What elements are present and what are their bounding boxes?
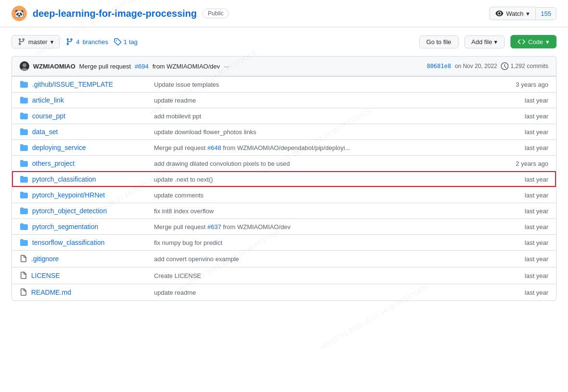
file-commit-message: fix int8 index overflow xyxy=(154,208,491,215)
folder-icon xyxy=(20,175,28,183)
file-commit-message: Create LICENSE xyxy=(154,272,491,279)
file-commit-message: update .next to next() xyxy=(154,176,491,183)
tag-count: 1 xyxy=(123,38,127,46)
file-icon xyxy=(20,254,27,263)
table-row: pytorch_classification update .next to n… xyxy=(12,171,556,187)
file-name-link[interactable]: course_ppt xyxy=(32,112,65,120)
file-name-link[interactable]: article_link xyxy=(32,96,64,104)
watch-button[interactable]: Watch ▾ xyxy=(489,7,535,20)
code-chevron: ▾ xyxy=(546,38,549,46)
avatar: 🐼 xyxy=(12,6,27,21)
code-button[interactable]: Code ▾ xyxy=(510,35,556,48)
file-name-cell: pytorch_object_detection xyxy=(20,207,154,215)
file-time: last year xyxy=(491,208,548,215)
commit-count: 1,292 commits xyxy=(501,62,548,70)
file-name-cell: pytorch_keypoint/HRNet xyxy=(20,191,154,199)
commit-dots: ··· xyxy=(224,63,229,70)
table-row: article_link update readme last year xyxy=(12,92,556,108)
folder-icon xyxy=(20,207,28,215)
commit-hash[interactable]: 80681e8 xyxy=(427,63,451,69)
file-time: last year xyxy=(491,239,548,246)
file-icon xyxy=(20,271,27,280)
table-row: deploying_service Merge pull request #64… xyxy=(12,139,556,155)
file-time: 3 years ago xyxy=(491,81,548,88)
file-time: last year xyxy=(491,176,548,183)
file-name-link[interactable]: data_set xyxy=(32,128,58,136)
file-name-cell: others_project xyxy=(20,160,154,167)
file-name-link[interactable]: pytorch_segmentation xyxy=(32,223,98,231)
file-name-cell: .github/ISSUE_TEMPLATE xyxy=(20,81,154,88)
file-name-link[interactable]: pytorch_object_detection xyxy=(32,207,107,215)
repo-title[interactable]: deep-learning-for-image-processing xyxy=(33,8,197,19)
table-row: tensorflow_classification fix numpy bug … xyxy=(12,234,556,250)
file-name-cell: tensorflow_classification xyxy=(20,239,154,246)
tag-label: tag xyxy=(129,38,138,46)
file-name-cell: article_link xyxy=(20,96,154,104)
branches-label: branches xyxy=(83,38,108,46)
branches-link[interactable]: 4 branches xyxy=(66,38,108,46)
file-name-link[interactable]: pytorch_keypoint/HRNet xyxy=(32,191,105,199)
folder-icon xyxy=(20,112,28,120)
commit-date: on Nov 20, 2022 xyxy=(455,63,497,69)
file-name-cell: course_ppt xyxy=(20,112,154,120)
watch-label: Watch xyxy=(506,10,523,17)
file-commit-message: update comments xyxy=(154,192,491,199)
file-name-link[interactable]: .github/ISSUE_TEMPLATE xyxy=(32,81,113,88)
table-row: data_set update download flower_photos l… xyxy=(12,124,556,139)
eye-icon xyxy=(496,10,503,17)
file-time: last year xyxy=(491,289,548,296)
commits-label: commits xyxy=(527,63,548,69)
commit-message: Merge pull request xyxy=(79,63,131,70)
folder-icon xyxy=(20,96,28,104)
file-commit-message: add convert openvino example xyxy=(154,255,491,263)
branch-count: 4 xyxy=(76,38,80,46)
file-time: last year xyxy=(491,97,548,104)
add-file-label: Add file xyxy=(472,38,492,46)
file-name-link[interactable]: README.md xyxy=(31,288,71,296)
folder-icon xyxy=(20,191,28,199)
watch-button-group: Watch ▾ 155 xyxy=(489,7,556,20)
file-table: .github/ISSUE_TEMPLATE Update issue temp… xyxy=(12,76,556,301)
commit-author[interactable]: WZMIAOMIAO xyxy=(33,63,75,70)
code-label: Code xyxy=(528,38,543,46)
file-name-link[interactable]: LICENSE xyxy=(31,272,60,279)
file-time: last year xyxy=(491,128,548,136)
clock-icon xyxy=(501,62,509,70)
file-commit-message: Merge pull request #637 from WZMIAOMIAO/… xyxy=(154,223,491,231)
file-time: last year xyxy=(491,192,548,199)
commit-avatar xyxy=(20,61,29,71)
table-row: LICENSE Create LICENSE last year xyxy=(12,267,556,284)
file-name-link[interactable]: tensorflow_classification xyxy=(32,239,105,246)
file-name-link[interactable]: pytorch_classification xyxy=(32,175,96,183)
code-icon xyxy=(518,38,525,46)
file-name-cell: deploying_service xyxy=(20,144,154,151)
tags-link[interactable]: 1 tag xyxy=(114,38,137,46)
file-name-link[interactable]: others_project xyxy=(32,160,75,167)
table-row: course_ppt add mobilevit ppt last year xyxy=(12,108,556,124)
branch-selector[interactable]: master ▾ xyxy=(12,35,60,48)
file-time: 2 years ago xyxy=(491,160,548,167)
table-row: pytorch_keypoint/HRNet update comments l… xyxy=(12,187,556,203)
file-time: last year xyxy=(491,144,548,151)
file-commit-message: Update issue templates xyxy=(154,81,491,88)
commit-pr-from: from WZMIAOMIAO/dev xyxy=(153,63,220,70)
file-name-cell: README.md xyxy=(20,288,154,297)
tag-icon xyxy=(114,38,121,46)
file-name-link[interactable]: .gitignore xyxy=(31,255,59,263)
commit-count-number: 1,292 xyxy=(510,63,525,69)
goto-file-button[interactable]: Go to file xyxy=(419,35,459,48)
watch-count[interactable]: 155 xyxy=(535,7,556,20)
branch-icon xyxy=(18,38,25,46)
repo-toolbar: master ▾ 4 branches 1 tag Go to file Add… xyxy=(0,27,568,56)
file-name-cell: .gitignore xyxy=(20,254,154,263)
folder-icon xyxy=(20,144,28,151)
table-row: pytorch_object_detection fix int8 index … xyxy=(12,203,556,219)
file-name-link[interactable]: deploying_service xyxy=(32,144,86,151)
folder-icon xyxy=(20,160,28,167)
file-name-cell: pytorch_segmentation xyxy=(20,223,154,231)
commit-pr-link[interactable]: #694 xyxy=(135,63,149,70)
table-row: pytorch_segmentation Merge pull request … xyxy=(12,219,556,234)
add-file-button[interactable]: Add file ▾ xyxy=(464,35,505,48)
file-time: last year xyxy=(491,223,548,231)
file-icon xyxy=(20,288,27,297)
